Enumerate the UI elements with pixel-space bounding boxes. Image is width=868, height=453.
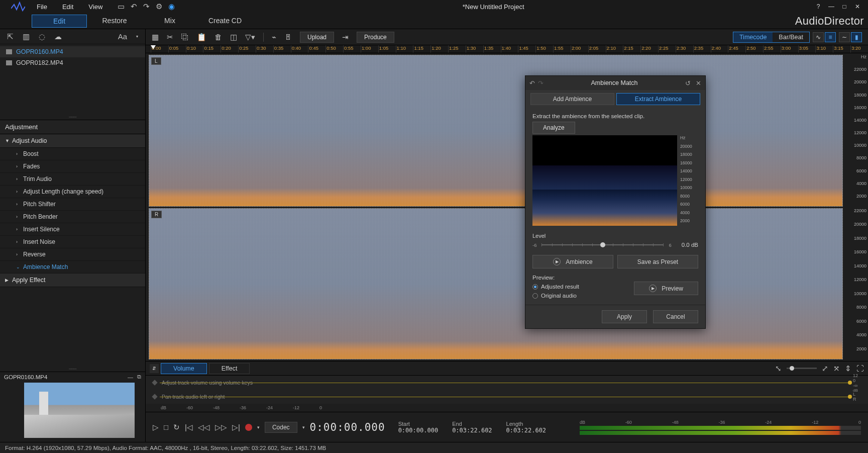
zoom-fit-icon[interactable]: ⤧ bbox=[833, 364, 840, 373]
mode-tab-create-cd[interactable]: Create CD bbox=[197, 15, 253, 28]
adjust-fades[interactable]: ›Fades bbox=[0, 160, 145, 173]
stop-icon[interactable]: □ bbox=[164, 423, 168, 431]
preview-button[interactable]: ▶Preview bbox=[634, 282, 698, 295]
dialog-close-icon[interactable]: ✕ bbox=[696, 79, 701, 87]
record-dropdown-icon[interactable]: ▾ bbox=[257, 425, 260, 430]
adjust-length[interactable]: ›Adjust Length (change speed) bbox=[0, 186, 145, 198]
save-preset-button[interactable]: Save as Preset bbox=[617, 255, 698, 268]
ambience-play-button[interactable]: ▶Ambience bbox=[532, 255, 613, 268]
adjust-trim-audio[interactable]: ›Trim Audio bbox=[0, 173, 145, 186]
close-button[interactable]: ✕ bbox=[851, 1, 864, 12]
track-tab-volume[interactable]: Volume bbox=[161, 363, 207, 374]
codec-dropdown-icon[interactable]: ▾ bbox=[302, 425, 305, 430]
zoom-vertical-icon[interactable]: ⇕ bbox=[845, 364, 851, 373]
group-adjust-audio[interactable]: ▼Adjust Audio bbox=[0, 134, 145, 148]
notification-icon[interactable]: ◉ bbox=[168, 2, 175, 11]
analyze-button[interactable]: Analyze bbox=[532, 122, 575, 134]
mixer-icon[interactable]: 🎚 bbox=[284, 33, 292, 41]
zoom-out-icon[interactable]: ⤡ bbox=[775, 364, 782, 373]
marker-icon[interactable]: ▽▾ bbox=[245, 33, 255, 42]
playhead[interactable] bbox=[151, 45, 156, 49]
track-tab-effect[interactable]: Effect bbox=[209, 363, 250, 374]
zoom-in-icon[interactable]: ⤢ bbox=[822, 364, 828, 373]
cut-icon[interactable]: ✂ bbox=[167, 33, 173, 42]
record-button[interactable] bbox=[245, 424, 252, 431]
track-collapse-icon[interactable]: ⇵ bbox=[150, 364, 159, 373]
maximize-button[interactable]: □ bbox=[838, 1, 851, 12]
paste-icon[interactable]: 📋 bbox=[197, 33, 206, 42]
scale-linear-icon[interactable]: ∼ bbox=[839, 32, 850, 42]
copy-icon[interactable]: ⿻ bbox=[181, 33, 189, 41]
menu-edit[interactable]: Edit bbox=[62, 3, 73, 11]
adjust-pitch-bender[interactable]: ›Pitch Bender bbox=[0, 211, 145, 223]
seg-barbeat[interactable]: Bar/Beat bbox=[773, 32, 809, 42]
skip-end-icon[interactable]: ▷| bbox=[232, 423, 240, 432]
settings-icon[interactable]: ⚙ bbox=[156, 2, 162, 11]
tab-add-ambience[interactable]: Add Ambience bbox=[530, 93, 614, 105]
skip-start-icon[interactable]: |◁ bbox=[185, 423, 193, 432]
redo-icon[interactable]: ↷ bbox=[143, 2, 150, 11]
preview-minimize-icon[interactable]: — bbox=[128, 374, 133, 380]
tab-extract-ambience[interactable]: Extract Ambience bbox=[616, 93, 700, 105]
font-size-toggle[interactable]: Aa bbox=[118, 32, 127, 41]
adjust-boost[interactable]: ›Boost bbox=[0, 148, 145, 160]
channel-right[interactable]: R bbox=[149, 208, 843, 360]
preview-popout-icon[interactable]: ⧉ bbox=[137, 374, 141, 380]
select-icon[interactable]: ▦ bbox=[152, 33, 159, 42]
keyframe-icon[interactable] bbox=[152, 394, 157, 399]
pan-lane[interactable]: Pan track audio left or right LR bbox=[146, 390, 868, 404]
dialog-reset-icon[interactable]: ↺ bbox=[685, 79, 691, 87]
crop-icon[interactable]: ◫ bbox=[230, 33, 237, 42]
dialog-undo-icon[interactable]: ↶ bbox=[529, 79, 535, 87]
minimize-button[interactable]: — bbox=[825, 1, 838, 12]
save-icon[interactable]: ▭ bbox=[118, 2, 125, 11]
adjust-pitch-shifter[interactable]: ›Pitch Shifter bbox=[0, 198, 145, 211]
dialog-redo-icon[interactable]: ↷ bbox=[538, 79, 544, 87]
delete-icon[interactable]: 🗑 bbox=[214, 33, 222, 41]
loop-icon[interactable]: ↻ bbox=[173, 423, 180, 432]
mode-tab-edit[interactable]: Edit bbox=[32, 15, 87, 28]
file-item[interactable]: GOPR0160.MP4 bbox=[0, 46, 145, 57]
panel-resize-handle[interactable]: ┄┄┄ bbox=[0, 115, 145, 120]
timeline-ruler[interactable]: 0:000:050:100:150:200:250:300:350:400:45… bbox=[146, 45, 868, 53]
import-icon[interactable]: ⇱ bbox=[7, 32, 14, 41]
upload-button[interactable]: Upload bbox=[300, 32, 334, 43]
help-button[interactable]: ? bbox=[812, 1, 825, 12]
cloud-icon[interactable]: ☁ bbox=[54, 32, 62, 41]
menu-view[interactable]: View bbox=[88, 3, 102, 11]
adjust-reverse[interactable]: ›Reverse bbox=[0, 248, 145, 261]
cancel-button[interactable]: Cancel bbox=[653, 310, 698, 323]
group-apply-effect[interactable]: ▶Apply Effect bbox=[0, 274, 145, 287]
play-icon[interactable]: ▷ bbox=[153, 423, 159, 432]
mode-tab-mix[interactable]: Mix bbox=[142, 15, 197, 28]
volume-lane[interactable]: Adjust track volume using volume keys 12… bbox=[146, 376, 868, 390]
view-spectral-icon[interactable]: ≡ bbox=[825, 32, 836, 42]
radio-original[interactable] bbox=[532, 293, 538, 299]
adjust-insert-silence[interactable]: ›Insert Silence bbox=[0, 223, 145, 236]
next-frame-icon[interactable]: ▷▷ bbox=[215, 423, 227, 432]
mode-tab-restore[interactable]: Restore bbox=[87, 15, 142, 28]
file-item[interactable]: GOPR0182.MP4 bbox=[0, 57, 145, 68]
adjust-ambience-match[interactable]: ⌄Ambience Match bbox=[0, 261, 145, 274]
zoom-full-icon[interactable]: ⛶ bbox=[856, 364, 864, 373]
codec-button[interactable]: Codec bbox=[265, 422, 297, 433]
library-icon[interactable]: ▥ bbox=[23, 32, 30, 41]
view-waveform-icon[interactable]: ∿ bbox=[813, 32, 824, 42]
slider-thumb[interactable] bbox=[600, 242, 605, 247]
font-dropdown-icon[interactable]: ▾ bbox=[136, 34, 138, 39]
prev-frame-icon[interactable]: ◁◁ bbox=[198, 423, 210, 432]
panel-resize-handle[interactable]: ┄┄┄ bbox=[0, 367, 145, 372]
zoom-slider[interactable] bbox=[787, 368, 817, 369]
radio-adjusted[interactable] bbox=[532, 284, 538, 290]
download-icon[interactable]: ◌ bbox=[39, 32, 45, 41]
undo-icon[interactable]: ↶ bbox=[131, 2, 137, 11]
normalize-icon[interactable]: ⌁ bbox=[272, 33, 276, 42]
level-slider[interactable] bbox=[541, 244, 664, 245]
keyframe-icon[interactable] bbox=[152, 380, 157, 385]
seg-timecode[interactable]: Timecode bbox=[733, 32, 773, 42]
export-icon[interactable]: ⇥ bbox=[342, 33, 349, 42]
produce-button[interactable]: Produce bbox=[357, 32, 394, 43]
apply-button[interactable]: Apply bbox=[602, 310, 647, 323]
channel-left[interactable]: L bbox=[149, 55, 843, 207]
scale-log-icon[interactable]: ▮ bbox=[851, 32, 862, 42]
